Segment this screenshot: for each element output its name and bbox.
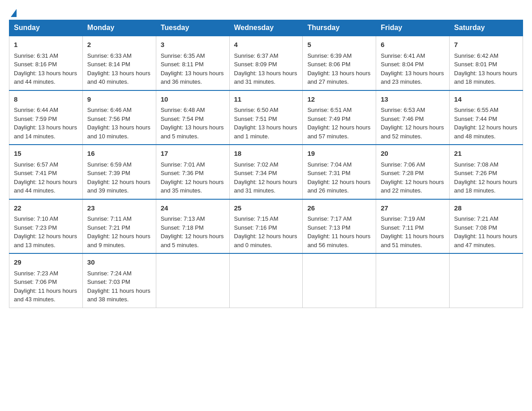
calendar-col-header-friday: Friday [376,20,450,36]
day-number: 8 [14,94,78,105]
calendar-cell: 27Sunrise: 7:19 AMSunset: 7:11 PMDayligh… [376,199,450,254]
sunrise-text: Sunrise: 6:41 AM [381,51,445,60]
calendar-col-header-tuesday: Tuesday [156,20,229,36]
calendar-cell [376,253,450,308]
sunset-text: Sunset: 8:11 PM [161,60,225,69]
calendar-cell: 24Sunrise: 7:13 AMSunset: 7:18 PMDayligh… [156,199,229,254]
sunset-text: Sunset: 7:59 PM [14,115,78,124]
daylight-text: Daylight: 11 hours hours [381,232,445,241]
sunset-text: Sunset: 7:39 PM [87,169,151,178]
sunrise-text: Sunrise: 6:39 AM [307,51,371,60]
sunset-text: Sunset: 8:14 PM [87,60,151,69]
daylight-text: Daylight: 11 hours hours [87,287,151,295]
calendar-cell: 15Sunrise: 6:57 AMSunset: 7:41 PMDayligh… [9,145,83,199]
day-number: 22 [14,203,78,214]
daylight-text: Daylight: 13 hours hours [454,69,518,78]
sunrise-text: Sunrise: 6:46 AM [87,106,151,115]
sunrise-text: Sunrise: 6:53 AM [381,106,445,115]
calendar-cell: 3Sunrise: 6:35 AMSunset: 8:11 PMDaylight… [156,36,229,90]
daylight-text-2: and 0 minutes. [234,241,298,250]
calendar-col-header-thursday: Thursday [303,20,376,36]
sunrise-text: Sunrise: 7:02 AM [234,160,298,169]
week-row-5: 29Sunrise: 7:23 AMSunset: 7:06 PMDayligh… [9,253,523,308]
daylight-text: Daylight: 11 hours hours [307,232,371,241]
daylight-text: Daylight: 12 hours hours [307,123,371,132]
sunset-text: Sunset: 7:21 PM [87,223,151,232]
sunset-text: Sunset: 7:49 PM [307,115,371,124]
calendar-cell: 5Sunrise: 6:39 AMSunset: 8:06 PMDaylight… [303,36,376,90]
calendar-col-header-wednesday: Wednesday [229,20,303,36]
calendar-cell: 20Sunrise: 7:06 AMSunset: 7:28 PMDayligh… [376,145,450,199]
sunset-text: Sunset: 8:16 PM [14,60,78,69]
day-number: 15 [14,149,78,159]
calendar-cell [229,253,303,308]
daylight-text-2: and 44 minutes. [14,77,78,86]
calendar-cell: 10Sunrise: 6:48 AMSunset: 7:54 PMDayligh… [156,90,229,145]
calendar-cell: 8Sunrise: 6:44 AMSunset: 7:59 PMDaylight… [9,90,83,145]
calendar-header-row: SundayMondayTuesdayWednesdayThursdayFrid… [9,20,523,36]
daylight-text: Daylight: 12 hours hours [161,178,225,187]
day-number: 14 [454,94,518,105]
sunrise-text: Sunrise: 7:10 AM [14,214,78,223]
sunrise-text: Sunrise: 6:55 AM [454,106,518,115]
daylight-text-2: and 1 minute. [234,132,298,141]
daylight-text-2: and 38 minutes. [87,295,151,304]
daylight-text-2: and 36 minutes. [161,77,225,86]
daylight-text: Daylight: 13 hours hours [381,69,445,78]
daylight-text-2: and 22 minutes. [381,186,445,195]
daylight-text: Daylight: 12 hours hours [381,123,445,132]
day-number: 5 [307,40,371,50]
daylight-text: Daylight: 12 hours hours [234,232,298,241]
sunset-text: Sunset: 7:13 PM [307,223,371,232]
calendar-cell: 18Sunrise: 7:02 AMSunset: 7:34 PMDayligh… [229,145,303,199]
day-number: 4 [234,40,298,50]
day-number: 10 [161,94,225,105]
sunrise-text: Sunrise: 6:50 AM [234,106,298,115]
sunrise-text: Sunrise: 7:01 AM [161,160,225,169]
sunset-text: Sunset: 7:41 PM [14,169,78,178]
daylight-text-2: and 23 minutes. [381,77,445,86]
sunrise-text: Sunrise: 6:59 AM [87,160,151,169]
calendar-cell: 12Sunrise: 6:51 AMSunset: 7:49 PMDayligh… [303,90,376,145]
sunrise-text: Sunrise: 6:48 AM [161,106,225,115]
daylight-text-2: and 9 minutes. [87,241,151,250]
daylight-text: Daylight: 13 hours hours [87,123,151,132]
day-number: 11 [234,94,298,105]
week-row-4: 22Sunrise: 7:10 AMSunset: 7:23 PMDayligh… [9,199,523,254]
daylight-text: Daylight: 13 hours hours [14,123,78,132]
sunrise-text: Sunrise: 7:11 AM [87,214,151,223]
calendar-col-header-saturday: Saturday [450,20,523,36]
daylight-text: Daylight: 12 hours hours [161,232,225,241]
day-number: 1 [14,40,78,50]
sunrise-text: Sunrise: 7:13 AM [161,214,225,223]
day-number: 25 [234,203,298,214]
sunset-text: Sunset: 7:26 PM [454,169,518,178]
calendar-cell: 7Sunrise: 6:42 AMSunset: 8:01 PMDaylight… [450,36,523,90]
calendar-cell: 1Sunrise: 6:31 AMSunset: 8:16 PMDaylight… [9,36,83,90]
day-number: 9 [87,94,151,105]
sunrise-text: Sunrise: 6:31 AM [14,51,78,60]
sunrise-text: Sunrise: 7:19 AM [381,214,445,223]
daylight-text-2: and 5 minutes. [161,241,225,250]
calendar-cell [303,253,376,308]
sunset-text: Sunset: 7:23 PM [14,223,78,232]
day-number: 17 [161,149,225,159]
day-number: 18 [234,149,298,159]
sunrise-text: Sunrise: 6:33 AM [87,51,151,60]
logo-triangle-icon [11,9,17,17]
sunset-text: Sunset: 7:44 PM [454,115,518,124]
calendar-col-header-monday: Monday [82,20,156,36]
day-number: 26 [307,203,371,214]
daylight-text: Daylight: 12 hours hours [307,178,371,187]
week-row-2: 8Sunrise: 6:44 AMSunset: 7:59 PMDaylight… [9,90,523,145]
day-number: 12 [307,94,371,105]
daylight-text-2: and 31 minutes. [234,77,298,86]
daylight-text-2: and 14 minutes. [14,132,78,141]
calendar-cell: 23Sunrise: 7:11 AMSunset: 7:21 PMDayligh… [82,199,156,254]
sunset-text: Sunset: 7:03 PM [87,278,151,287]
daylight-text-2: and 56 minutes. [307,241,371,250]
calendar-cell: 14Sunrise: 6:55 AMSunset: 7:44 PMDayligh… [450,90,523,145]
calendar-table: SundayMondayTuesdayWednesdayThursdayFrid… [9,20,523,308]
sunset-text: Sunset: 7:11 PM [381,223,445,232]
daylight-text: Daylight: 13 hours hours [161,123,225,132]
